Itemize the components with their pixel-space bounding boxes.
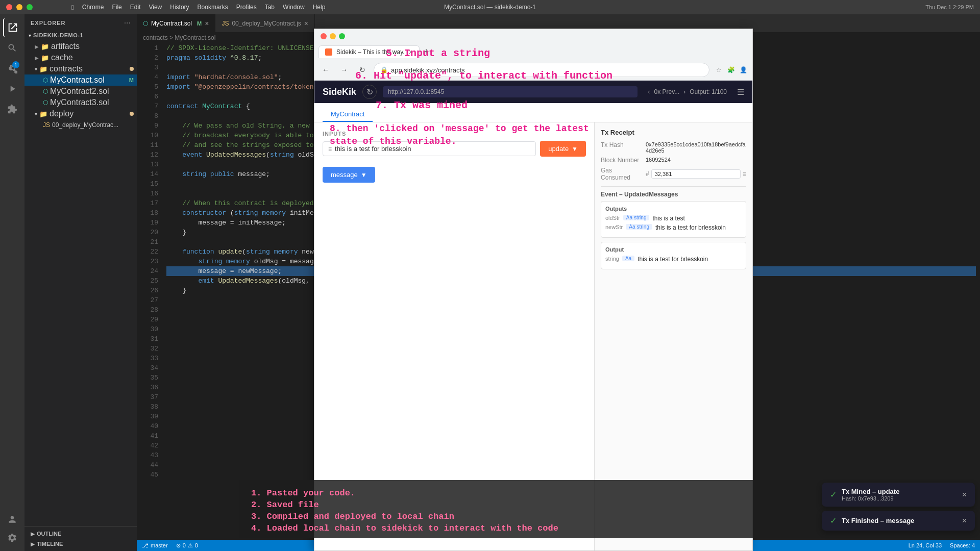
menu-chrome[interactable]: Chrome [82,4,104,11]
tab-mycontract[interactable]: ⬡ MyContract.sol M × [137,14,215,32]
sidekik-url-bar[interactable]: http://127.0.0.1:8545 [383,86,638,97]
deploy-file-label: 00_deploy_MyContrac... [52,121,118,129]
menu-file[interactable]: File [112,4,121,11]
prev-contract[interactable]: ‹ [648,88,650,95]
browser-close[interactable] [321,33,327,39]
input-prefix-icon: ≡ [328,145,332,153]
back-btn[interactable]: ← [318,63,333,77]
contract-body: INPUTS ≡ update ▼ mess [314,122,752,550]
next-contract[interactable]: › [683,88,685,95]
browser-active-tab[interactable]: Sidekik – This is the way. × [318,45,420,58]
project-root[interactable]: ▾ SIDEKIK-DEMO-1 [24,30,137,41]
menu-history[interactable]: History [170,4,189,11]
tab-close-mycontract[interactable]: × [205,19,209,28]
forward-btn[interactable]: → [337,63,351,77]
outline-section[interactable]: ▶ OUTLINE [24,529,137,539]
refresh-btn[interactable]: ↻ [355,63,370,77]
mycontract-badge: M [129,77,134,83]
artifacts-label: artifacts [51,42,80,51]
sidebar-item-deploy[interactable]: ▾ 📁 deploy [24,108,137,119]
sidebar-item-mycontract[interactable]: ⬡ MyContract.sol M [24,74,137,86]
toast-close-2[interactable]: × [962,516,967,525]
gas-label: Gas Consumed [601,167,642,181]
browser-toolbar: ← → ↻ 🔒 app.sidekik.xyz/contracts ☆ 🧩 👤 [314,60,752,80]
contract-main: INPUTS ≡ update ▼ mess [314,122,594,550]
tab-close-deploy[interactable]: × [304,19,308,28]
account-icon[interactable] [3,510,21,529]
hamburger-icon[interactable]: ☰ [737,87,744,97]
project-tree: ▾ SIDEKIK-DEMO-1 ▶ 📁 artifacts ▶ 📁 cache… [24,30,137,131]
settings-icon[interactable] [3,529,21,547]
source-control-icon[interactable]: 1 [3,59,21,78]
extensions-icon[interactable] [3,100,21,118]
sidekik-refresh-btn[interactable]: ↻ [362,85,377,99]
sidekik-header: SideKik ↻ http://127.0.0.1:8545 ‹ 0x Pre… [314,81,752,103]
browser-tab-title: Sidekik – This is the way. [336,48,405,56]
star-icon[interactable]: ☆ [714,65,724,75]
tab-deploy[interactable]: JS 00_deploy_MyContract.js × [215,14,315,32]
gas-menu-icon[interactable]: ≡ [743,170,746,178]
search-icon[interactable] [3,39,21,57]
browser-titlebar [314,29,752,43]
menu-view[interactable]: View [149,4,162,11]
input-row: ≡ update ▼ [323,141,586,157]
menu-bookmarks[interactable]: Bookmarks [198,4,228,11]
update-dropdown-arrow[interactable]: ▼ [572,145,578,153]
run-icon[interactable] [3,80,21,98]
message-dropdown-arrow[interactable]: ▼ [361,171,367,179]
menu-help[interactable]: Help [313,4,326,11]
sidebar-item-mycontract3[interactable]: ⬡ MyContract3.sol [24,97,137,108]
timeline-section[interactable]: ▶ TIMELINE [24,539,137,549]
newstr-row: newStr Aa string this is a test for brle… [605,224,742,231]
profile-icon[interactable]: 👤 [738,65,748,75]
traffic-lights [6,4,33,10]
browser-maximize[interactable] [339,33,345,39]
tx-hash-label: Tx Hash [601,141,642,154]
sidebar-item-contracts[interactable]: ▾ 📁 contracts [24,63,137,74]
minimize-button[interactable] [16,4,22,10]
close-button[interactable] [6,4,12,10]
menu-window[interactable]: Window [283,4,305,11]
lock-icon: 🔒 [380,66,388,73]
toast-subtitle-1: Hash: 0x7e93...3209 [842,495,957,502]
browser-window: Sidekik – This is the way. × + ← → ↻ 🔒 a… [314,29,753,551]
maximize-button[interactable] [27,4,33,10]
address-bar[interactable]: 🔒 app.sidekik.xyz/contracts [374,63,709,77]
gas-field: Gas Consumed # ≡ [601,167,746,181]
file-explorer: Explorer ··· ▾ SIDEKIK-DEMO-1 ▶ 📁 artifa… [24,14,137,551]
toast-tx-mined: ✓ Tx Mined – update Hash: 0x7e93...3209 … [822,483,975,507]
gas-input[interactable] [651,169,741,179]
sidebar-item-deploy-file[interactable]: JS 00_deploy_MyContrac... [24,119,137,131]
cursor-position: Ln 24, Col 33 [909,542,942,548]
browser-tab-close[interactable]: × [409,48,413,56]
sidebar-item-mycontract2[interactable]: ⬡ MyContract2.sol [24,86,137,97]
block-number-field: Block Number 16092524 [601,157,746,164]
toast-close-1[interactable]: × [962,490,967,499]
explorer-menu-icon[interactable]: ··· [124,18,131,28]
clock: Thu Dec 1 2:29 PM [925,4,974,10]
message-button[interactable]: message ▼ [323,167,375,183]
tx-hash-value: 0x7e9335e5cc1cdea010fa18bef9aedcfa4d26e5 [646,141,746,154]
menu-tab[interactable]: Tab [265,4,275,11]
browser-minimize[interactable] [330,33,336,39]
mycontract-tab[interactable]: MyContract [323,107,373,122]
contract-input-field[interactable] [335,145,530,153]
sidebar-item-cache[interactable]: ▶ 📁 cache [24,52,137,63]
browser-tab-bar: Sidekik – This is the way. × + [314,43,752,60]
menu-edit[interactable]: Edit [130,4,141,11]
extensions-browser-icon[interactable]: 🧩 [726,65,736,75]
new-tab-btn[interactable]: + [424,46,429,57]
input-field-wrapper: ≡ [323,141,536,156]
error-count[interactable]: ⊗ 0 ⚠ 0 [176,542,198,549]
tx-hash-field: Tx Hash 0x7e9335e5cc1cdea010fa18bef9aedc… [601,141,746,154]
explorer-icon[interactable] [3,18,21,37]
apple-menu[interactable]:  [71,4,74,11]
toast-title-2: Tx Finished – message [842,517,957,524]
git-branch[interactable]: ⎇ master [142,542,168,549]
line-numbers: 12345 678910 1112131415 1617181920 21222… [137,43,162,540]
menu-profiles[interactable]: Profiles [236,4,257,11]
update-button[interactable]: update ▼ [540,141,586,157]
sidebar-item-artifacts[interactable]: ▶ 📁 artifacts [24,41,137,52]
output-value: this is a test for brlesskoin [638,256,708,263]
newstr-value: this is a test for brlesskoin [655,224,726,231]
